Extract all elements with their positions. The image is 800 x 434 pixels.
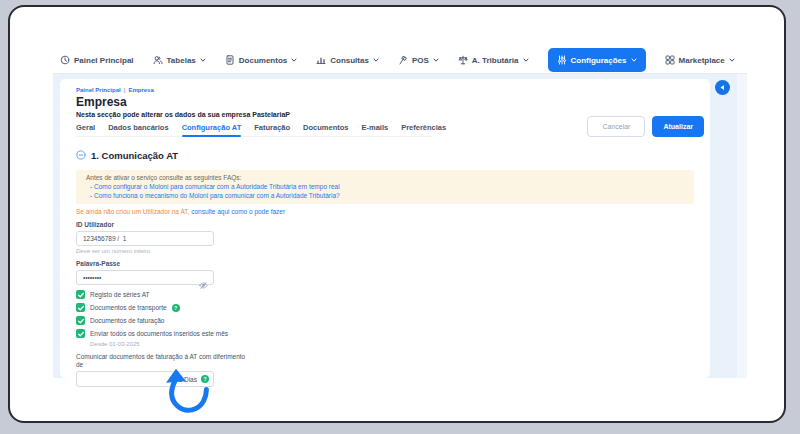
chevron-down-icon xyxy=(200,57,206,63)
checkbox-row-doc-faturacao: Documentos de faturação xyxy=(76,316,694,325)
people-icon xyxy=(153,55,163,65)
checkbox-doc-transporte[interactable] xyxy=(76,303,85,312)
screenshot-card: Painel Principal Tabelas Documentos Cons… xyxy=(8,5,786,423)
at-user-warning: Se ainda não criou um Utilizador na AT, … xyxy=(76,208,694,216)
chevron-down-icon xyxy=(433,57,439,63)
tab-geral[interactable]: Geral xyxy=(76,124,95,132)
tab-documentos[interactable]: Documentos xyxy=(303,124,348,132)
scroll-track[interactable] xyxy=(737,74,747,378)
faq-link-configure[interactable]: - Como configurar o Moloni para comunica… xyxy=(90,183,684,192)
checkbox-label: Documentos de transporte xyxy=(90,304,167,311)
checkbox-label: Registo de séries AT xyxy=(90,291,150,298)
checkbox-note: Desde 01-03-2025 xyxy=(90,341,694,348)
chevron-down-icon xyxy=(373,57,379,63)
checkbox-registo-series[interactable] xyxy=(76,290,85,299)
checkbox-enviar-todos[interactable] xyxy=(76,329,85,338)
password-wrapper xyxy=(76,270,214,285)
page-title: Empresa xyxy=(76,96,694,109)
nav-item-configuracoes[interactable]: Configurações xyxy=(548,48,646,72)
id-user-input[interactable] xyxy=(76,231,214,246)
checkbox-label: Documentos de faturação xyxy=(90,317,164,324)
breadcrumb-separator: | xyxy=(124,87,126,94)
top-nav: Painel Principal Tabelas Documentos Cons… xyxy=(60,47,735,73)
nav-item-consultas[interactable]: Consultas xyxy=(316,55,379,65)
nav-item-painel-principal[interactable]: Painel Principal xyxy=(60,55,134,65)
warning-text: Se ainda não criou um Utilizador na AT, xyxy=(76,208,189,215)
id-user-label: ID Utilizador xyxy=(76,221,694,229)
breadcrumb-painel-principal[interactable]: Painel Principal xyxy=(76,87,121,94)
tab-faturacao[interactable]: Faturação xyxy=(254,124,290,132)
grid-icon xyxy=(665,55,675,65)
cancel-button[interactable]: Cancelar xyxy=(587,116,645,137)
clock-icon xyxy=(60,55,70,65)
document-icon xyxy=(225,55,235,65)
collapse-section-icon[interactable] xyxy=(76,146,86,164)
chart-icon xyxy=(316,55,326,65)
pos-icon xyxy=(398,55,408,65)
checkbox-group: Registo de séries AT Documentos de trans… xyxy=(76,290,694,348)
checkbox-row-enviar-todos: Enviar todos os documentos inseridos est… xyxy=(76,329,694,338)
nav-item-documentos[interactable]: Documentos xyxy=(225,55,297,65)
chevron-down-icon xyxy=(631,57,637,63)
arrow-left-icon xyxy=(718,83,727,92)
tab-bar: Geral Dados bancários Configuração AT Fa… xyxy=(76,124,432,137)
nav-item-label: Documentos xyxy=(239,56,287,65)
collapse-panel-button[interactable] xyxy=(715,80,730,95)
help-badge[interactable]: ? xyxy=(172,304,180,312)
checkbox-row-registo-series: Registo de séries AT xyxy=(76,290,694,299)
nav-item-label: Configurações xyxy=(571,56,627,65)
password-input[interactable] xyxy=(76,270,214,285)
section-header: 1. Comunicação AT xyxy=(76,146,694,164)
balance-icon xyxy=(458,55,468,65)
tab-configuracao-at[interactable]: Configuração AT xyxy=(182,124,242,132)
faq-link-mechanism[interactable]: - Como funciona o mecanismo do Moloni pa… xyxy=(90,192,684,201)
nav-item-label: A. Tributária xyxy=(472,56,519,65)
nav-item-label: Marketplace xyxy=(679,56,725,65)
checkbox-doc-faturacao[interactable] xyxy=(76,316,85,325)
update-button[interactable]: Atualizar xyxy=(652,116,704,137)
section-title: 1. Comunicação AT xyxy=(91,150,178,161)
nav-item-marketplace[interactable]: Marketplace xyxy=(665,55,735,65)
checkbox-row-doc-transporte: Documentos de transporte ? xyxy=(76,303,694,312)
nav-item-tabelas[interactable]: Tabelas xyxy=(153,55,206,65)
nav-item-label: Consultas xyxy=(330,56,369,65)
chevron-down-icon xyxy=(523,57,529,63)
sliders-icon xyxy=(557,55,567,65)
id-user-helper: Deve ser um número inteiro xyxy=(76,248,694,255)
faq-box: Antes de ativar o serviço consulte as se… xyxy=(76,170,694,204)
eye-off-icon[interactable] xyxy=(199,276,208,294)
action-buttons: Cancelar Atualizar xyxy=(587,116,704,137)
warning-link[interactable]: consulte aqui como o pode fazer xyxy=(191,208,285,215)
nav-item-pos[interactable]: POS xyxy=(398,55,439,65)
nav-item-label: Tabelas xyxy=(167,56,196,65)
tab-preferencias[interactable]: Preferências xyxy=(401,124,446,132)
breadcrumb-empresa[interactable]: Empresa xyxy=(128,87,153,94)
nav-item-a-tributaria[interactable]: A. Tributária xyxy=(458,55,529,65)
settings-panel: Painel Principal | Empresa Empresa Nesta… xyxy=(60,79,710,378)
nav-item-label: POS xyxy=(412,56,429,65)
tab-dados-bancarios[interactable]: Dados bancários xyxy=(108,124,168,132)
faq-intro-text: Antes de ativar o serviço consulte as se… xyxy=(86,174,241,181)
chevron-down-icon xyxy=(291,57,297,63)
tab-emails[interactable]: E-mails xyxy=(362,124,389,132)
password-label: Palavra-Passe xyxy=(76,260,694,268)
chevron-down-icon xyxy=(729,57,735,63)
checkbox-label: Enviar todos os documentos inseridos est… xyxy=(90,330,228,337)
nav-item-label: Painel Principal xyxy=(74,56,134,65)
breadcrumb: Painel Principal | Empresa xyxy=(76,87,694,94)
tutorial-arrow xyxy=(156,367,216,423)
